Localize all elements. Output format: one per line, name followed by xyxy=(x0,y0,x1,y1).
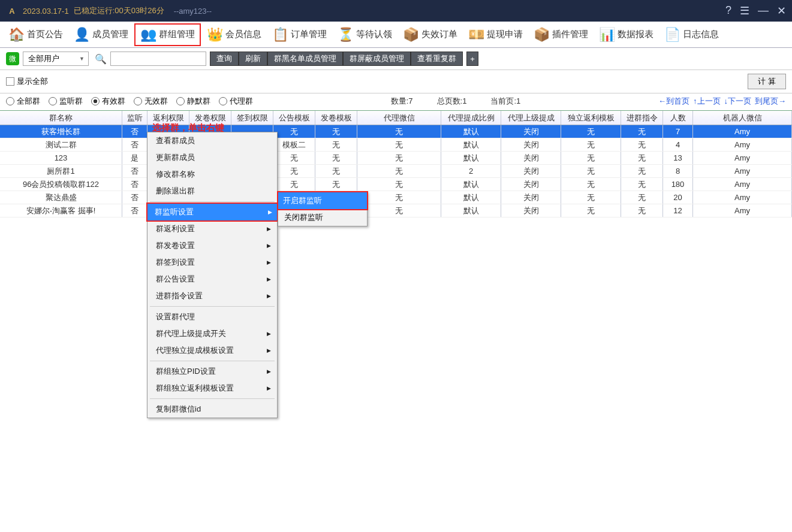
toolbar-members[interactable]: 👤成员管理 xyxy=(69,25,133,45)
context-menu-item[interactable]: 群代理上级提成开关 xyxy=(147,325,277,342)
table-cell: 无 xyxy=(357,138,441,151)
toolbar-pending[interactable]: ⏳等待认领 xyxy=(333,25,397,45)
column-header[interactable]: 代理上级提成 xyxy=(501,111,561,125)
show-all-checkbox[interactable]: 显示全部 xyxy=(6,76,48,87)
context-submenu: 开启群监听关闭群监听 xyxy=(278,192,368,226)
table-row[interactable]: 96会员投稿领取群122否无无无默认关闭无无180Amy xyxy=(0,178,792,191)
table-cell: 96会员投稿领取群122 xyxy=(0,178,122,191)
search-input[interactable] xyxy=(110,52,206,66)
calc-button[interactable]: 计 算 xyxy=(748,74,786,89)
submenu-item[interactable]: 开启群监听 xyxy=(277,191,368,210)
pager-link[interactable]: ↓下一页 xyxy=(724,96,752,107)
toolbar-invalid-orders[interactable]: 📦失效订单 xyxy=(398,25,462,45)
menu-icon[interactable]: ☰ xyxy=(740,4,749,17)
close-icon[interactable]: ✕ xyxy=(777,4,786,17)
context-menu-item[interactable]: 代理独立提成模板设置 xyxy=(147,342,277,359)
table-cell: 无 xyxy=(621,152,663,164)
table-cell: 无 xyxy=(621,138,663,151)
table-row[interactable]: 获客增长群否无无无默认关闭无无7Amy xyxy=(0,125,792,138)
column-header[interactable]: 代理微信 xyxy=(357,111,441,125)
table-cell: 无 xyxy=(561,138,621,151)
add-button[interactable]: + xyxy=(466,52,478,66)
pending-icon: ⏳ xyxy=(338,27,354,43)
table-cell: 关闭 xyxy=(501,204,561,217)
toolbar-withdraw[interactable]: 💴提现申请 xyxy=(463,25,528,45)
table-cell: 聚达鼎盛 xyxy=(0,191,122,204)
table-row[interactable]: 测试二群否模板二无无默认关闭无无4Amy xyxy=(0,138,792,152)
table-cell: 无 xyxy=(315,165,357,177)
titlebar: A 2023.03.17-1 已稳定运行:00天03时26分 --amy123-… xyxy=(0,0,792,22)
context-menu: 查看群成员更新群成员修改群名称删除退出群群监听设置群返利设置群发卷设置群签到设置… xyxy=(147,132,278,418)
context-menu-item[interactable]: 查看群成员 xyxy=(147,132,277,149)
column-header[interactable]: 机器人微信 xyxy=(693,111,792,125)
table-row[interactable]: 123是无无无默认关闭无无13Amy xyxy=(0,152,792,165)
context-menu-item[interactable]: 群组独立PID设置 xyxy=(147,363,277,380)
table-cell: 7 xyxy=(663,125,693,138)
toolbar-groups[interactable]: 👥群组管理 xyxy=(134,23,201,46)
context-menu-item[interactable]: 群组独立返利模板设置 xyxy=(147,380,277,397)
context-menu-item[interactable]: 进群指令设置 xyxy=(147,288,277,304)
column-header[interactable]: 公告模板 xyxy=(273,111,315,125)
table-cell: 无 xyxy=(315,152,357,164)
radio-option[interactable]: 全部群 xyxy=(6,96,40,107)
filter-btn[interactable]: 查询 xyxy=(210,52,239,66)
context-menu-item[interactable]: 更新群成员 xyxy=(147,149,277,166)
help-icon[interactable]: ? xyxy=(725,4,731,17)
toolbar-plugins[interactable]: 📦插件管理 xyxy=(529,25,593,45)
context-menu-item[interactable]: 删除退出群 xyxy=(147,183,277,200)
column-header[interactable]: 监听 xyxy=(122,111,147,125)
radio-option[interactable]: 静默群 xyxy=(176,96,210,107)
table-cell: 无 xyxy=(315,138,357,151)
table-row[interactable]: 安娜尔-淘赢客 掘事!否无无无默认关闭无无12Amy xyxy=(0,204,792,217)
table-cell: 默认 xyxy=(441,191,501,204)
toolbar-orders[interactable]: 📋订单管理 xyxy=(267,25,332,45)
radio-option[interactable]: 有效群 xyxy=(91,96,125,107)
column-header[interactable]: 签到权限 xyxy=(231,111,273,125)
toolbar-reports[interactable]: 📊数据报表 xyxy=(594,25,658,45)
context-menu-item[interactable]: 群公告设置 xyxy=(147,271,277,288)
radio-option[interactable]: 无效群 xyxy=(134,96,168,107)
table-cell: 无 xyxy=(621,165,663,177)
column-header[interactable]: 独立返利模板 xyxy=(561,111,621,125)
table-cell: 无 xyxy=(621,125,663,138)
context-menu-item[interactable]: 复制群微信id xyxy=(147,401,277,418)
pager-link[interactable]: ←到首页 xyxy=(658,96,689,107)
context-menu-item[interactable]: 群签到设置 xyxy=(147,254,277,271)
radio-option[interactable]: 代理群 xyxy=(219,96,253,107)
filter-btn[interactable]: 群屏蔽成员管理 xyxy=(343,52,411,66)
table-cell: 13 xyxy=(663,152,693,164)
table-cell: Amy xyxy=(693,138,792,151)
minimize-icon[interactable]: — xyxy=(758,4,769,17)
logs-icon: 📄 xyxy=(664,27,680,43)
column-header[interactable]: 进群指令 xyxy=(621,111,663,125)
context-menu-item[interactable]: 修改群名称 xyxy=(147,166,277,183)
context-menu-item[interactable]: 群监听设置 xyxy=(146,202,278,222)
options-row: 显示全部 计 算 xyxy=(0,70,792,93)
column-header[interactable]: 群名称 xyxy=(0,111,122,125)
table-cell: 关闭 xyxy=(501,138,561,151)
context-menu-item[interactable]: 群发卷设置 xyxy=(147,237,277,254)
table-cell: 获客增长群 xyxy=(0,125,122,138)
filter-btn[interactable]: 查看重复群 xyxy=(411,52,463,66)
filter-btn[interactable]: 群黑名单成员管理 xyxy=(267,52,343,66)
submenu-item[interactable]: 关闭群监听 xyxy=(278,209,367,226)
table-row[interactable]: 聚达鼎盛否无无无默认关闭无无20Amy xyxy=(0,191,792,204)
column-header[interactable]: 发卷模板 xyxy=(315,111,357,125)
radio-option[interactable]: 监听群 xyxy=(49,96,83,107)
pager-link[interactable]: 到尾页→ xyxy=(755,96,786,107)
user-select[interactable]: 全部用户 xyxy=(23,52,89,66)
filter-btn[interactable]: 刷新 xyxy=(239,52,267,66)
table-cell: 123 xyxy=(0,152,122,164)
pager-link[interactable]: ↑上一页 xyxy=(693,96,721,107)
context-menu-item[interactable]: 设置群代理 xyxy=(147,309,277,325)
column-header[interactable]: 人数 xyxy=(663,111,693,125)
toolbar-logs[interactable]: 📄日志信息 xyxy=(660,25,724,45)
column-header[interactable]: 代理提成比例 xyxy=(441,111,501,125)
table-cell: 厕所群1 xyxy=(0,165,122,177)
toolbar-vip-info[interactable]: 👑会员信息 xyxy=(202,25,266,45)
table-cell: 无 xyxy=(315,125,357,138)
table-row[interactable]: 厕所群1否无无无2关闭无无8Amy xyxy=(0,165,792,178)
table-cell: 无 xyxy=(273,165,315,177)
toolbar-home-announce[interactable]: 🏠首页公告 xyxy=(4,25,68,45)
context-menu-item[interactable]: 群返利设置 xyxy=(147,220,277,237)
